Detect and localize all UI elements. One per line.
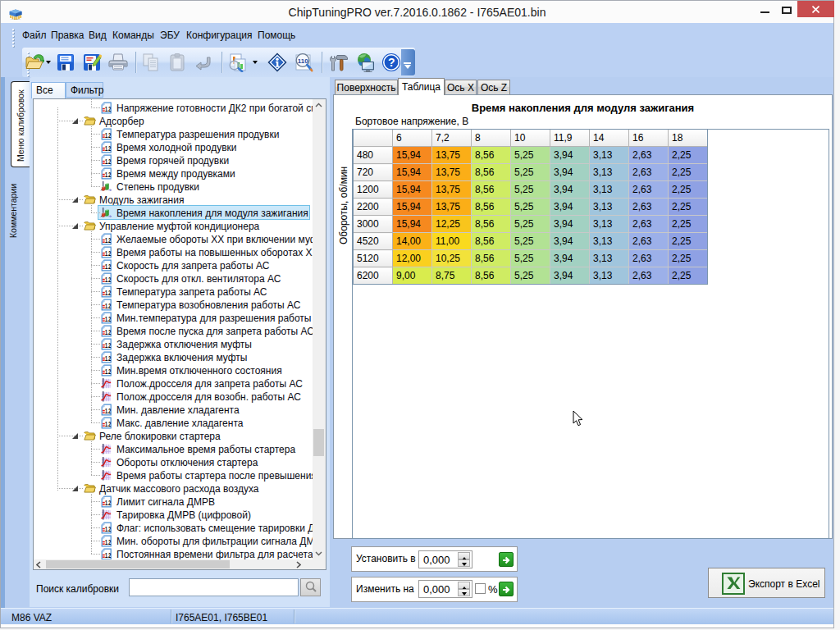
- svg-text:1.2: 1.2: [105, 354, 111, 363]
- svg-text:1.2: 1.2: [105, 171, 111, 179]
- svg-text:1.2: 1.2: [105, 144, 111, 153]
- svg-text:1.2: 1.2: [105, 158, 111, 166]
- svg-text:1.2: 1.2: [105, 525, 111, 533]
- svg-text:1.2: 1.2: [105, 276, 111, 284]
- svg-text:1.2: 1.2: [105, 249, 111, 258]
- svg-text:1.2: 1.2: [105, 420, 111, 428]
- svg-text:1.2: 1.2: [105, 302, 111, 310]
- svg-text:1.2: 1.2: [105, 368, 111, 376]
- svg-text:1.2: 1.2: [105, 315, 111, 323]
- svg-text:1.2: 1.2: [105, 289, 111, 297]
- svg-text:1.2: 1.2: [105, 499, 111, 507]
- svg-text:1.2: 1.2: [105, 407, 111, 415]
- svg-text:?: ?: [388, 56, 395, 69]
- svg-text:1.2: 1.2: [105, 341, 111, 349]
- svg-text:110: 110: [298, 57, 308, 65]
- svg-text:1.2: 1.2: [105, 105, 111, 113]
- svg-text:1.2: 1.2: [105, 328, 111, 336]
- svg-text:1.2: 1.2: [105, 131, 111, 139]
- svg-text:1.2: 1.2: [105, 262, 111, 271]
- svg-text:1.2: 1.2: [105, 236, 111, 244]
- svg-text:1.2: 1.2: [105, 538, 111, 546]
- svg-text:1.2: 1.2: [105, 551, 111, 559]
